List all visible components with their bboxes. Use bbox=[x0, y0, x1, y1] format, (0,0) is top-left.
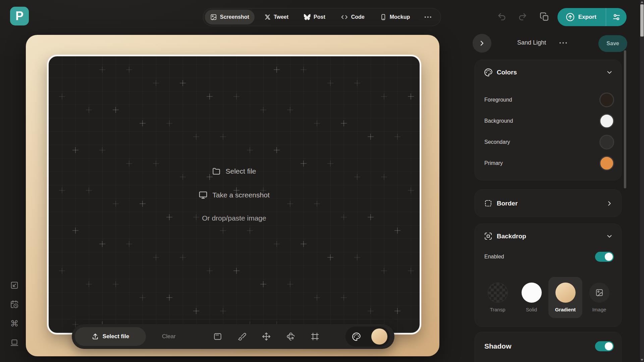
foreground-swatch[interactable] bbox=[599, 93, 614, 107]
primary-swatch[interactable] bbox=[599, 156, 614, 171]
code-icon bbox=[341, 13, 348, 21]
image-icon bbox=[589, 283, 609, 303]
panel-scrollbar-thumb[interactable] bbox=[624, 50, 626, 188]
tab-label: Screenshot bbox=[220, 14, 249, 20]
app-window: P Screenshot Tweet Post Code bbox=[0, 0, 644, 362]
backdrop-type-gradient[interactable]: Gradient bbox=[548, 277, 582, 318]
backdrop-card-header[interactable]: Backdrop bbox=[475, 224, 621, 249]
shadow-title: Shadow bbox=[484, 342, 595, 350]
colors-title: Colors bbox=[497, 69, 606, 76]
border-card: Border bbox=[475, 189, 622, 217]
color-row-secondary: Secondary bbox=[475, 134, 621, 150]
backdrop-enabled-toggle[interactable] bbox=[595, 252, 614, 262]
secondary-swatch[interactable] bbox=[599, 135, 614, 149]
colors-card-header[interactable]: Colors bbox=[475, 60, 621, 85]
smartphone-icon bbox=[380, 14, 387, 20]
tab-tweet[interactable]: Tweet bbox=[259, 10, 294, 24]
shadow-card: Shadow bbox=[475, 332, 622, 362]
toggle-knob bbox=[605, 253, 613, 261]
drop-paste-hint: Or drop/paste image bbox=[202, 214, 266, 222]
move-button[interactable] bbox=[262, 332, 271, 341]
export-options-button[interactable] bbox=[606, 8, 627, 26]
chevron-down-icon[interactable] bbox=[606, 69, 613, 76]
backdrop-focus-icon bbox=[484, 232, 493, 241]
calendar-clock-icon[interactable] bbox=[10, 300, 19, 309]
backdrop-card: Backdrop Enabled Transp Solid Gradient bbox=[475, 224, 622, 327]
foreground-label: Foreground bbox=[484, 97, 599, 103]
copy-button[interactable] bbox=[540, 12, 549, 21]
save-button[interactable]: Save bbox=[598, 35, 627, 52]
clear-button[interactable]: Clear bbox=[162, 333, 176, 340]
export-label: Export bbox=[578, 14, 596, 20]
monitor-icon bbox=[199, 190, 208, 199]
upload-icon bbox=[92, 333, 99, 340]
more-tabs-button[interactable] bbox=[420, 16, 436, 18]
window-scrollbar[interactable] bbox=[640, 0, 644, 362]
gradient-swatch bbox=[555, 283, 576, 303]
color-row-primary: Primary bbox=[475, 155, 621, 171]
color-row-background: Background bbox=[475, 113, 621, 129]
backdrop-type-solid[interactable]: Solid bbox=[515, 277, 548, 318]
save-label: Save bbox=[606, 41, 619, 47]
select-file-action[interactable]: Select file bbox=[212, 167, 256, 176]
scrollbar-thumb[interactable] bbox=[640, 4, 644, 37]
app-logo[interactable]: P bbox=[10, 7, 29, 25]
preset-menu-button[interactable] bbox=[559, 42, 567, 44]
drop-paste-label: Or drop/paste image bbox=[202, 214, 266, 222]
select-file-button[interactable]: Select file bbox=[75, 327, 146, 346]
laptop-icon[interactable] bbox=[10, 338, 19, 347]
secondary-label: Secondary bbox=[484, 139, 599, 145]
logo-letter: P bbox=[15, 9, 23, 23]
toggle-knob bbox=[605, 342, 613, 350]
bottom-toolbar: Select file Clear bbox=[72, 324, 394, 349]
rotate-3d-button[interactable] bbox=[286, 332, 295, 341]
mode-tabbar: Screenshot Tweet Post Code Mockup bbox=[203, 8, 441, 26]
palette-icon bbox=[352, 332, 361, 341]
browser-window-button[interactable] bbox=[213, 332, 222, 341]
tab-label: Tweet bbox=[274, 14, 288, 20]
tab-label: Mockup bbox=[390, 14, 410, 20]
color-row-foreground: Foreground bbox=[475, 92, 621, 108]
tab-screenshot[interactable]: Screenshot bbox=[205, 10, 255, 24]
backdrop-type-image[interactable]: Image bbox=[582, 277, 616, 318]
image-icon bbox=[210, 14, 217, 20]
backdrop-type-transparent[interactable]: Transp bbox=[481, 277, 515, 318]
transparent-swatch bbox=[488, 283, 508, 303]
undo-button[interactable] bbox=[497, 12, 506, 21]
tab-post[interactable]: Post bbox=[299, 10, 331, 24]
frame-button[interactable] bbox=[311, 332, 319, 341]
backdrop-type-selector: Transp Solid Gradient Image bbox=[481, 277, 616, 318]
dashed-square-icon bbox=[484, 199, 493, 208]
brush-button[interactable] bbox=[238, 332, 247, 341]
border-card-header[interactable]: Border bbox=[475, 190, 621, 217]
tab-label: Code bbox=[351, 14, 365, 20]
theme-picker-button[interactable] bbox=[345, 326, 390, 347]
scroll-down-arrow[interactable] bbox=[641, 359, 643, 361]
select-file-label: Select file bbox=[225, 167, 256, 175]
tab-mockup[interactable]: Mockup bbox=[375, 10, 415, 24]
command-shortcuts-icon[interactable]: ⌘ bbox=[10, 319, 19, 328]
chevron-right-icon[interactable] bbox=[606, 200, 613, 207]
tab-code[interactable]: Code bbox=[335, 10, 370, 24]
scroll-up-arrow[interactable] bbox=[641, 1, 643, 3]
enabled-label: Enabled bbox=[484, 254, 595, 260]
chevron-down-icon[interactable] bbox=[606, 233, 613, 240]
arrow-up-circle-icon bbox=[566, 12, 575, 22]
select-file-button-label: Select file bbox=[103, 333, 129, 340]
sliders-icon bbox=[612, 13, 621, 21]
colors-card: Colors Foreground Background Secondary P… bbox=[475, 60, 622, 180]
export-button[interactable]: Export bbox=[557, 8, 606, 26]
backdrop-title: Backdrop bbox=[497, 233, 606, 240]
shadow-toggle[interactable] bbox=[595, 341, 614, 351]
redo-button[interactable] bbox=[518, 12, 527, 21]
folder-icon bbox=[212, 167, 221, 176]
background-swatch[interactable] bbox=[599, 114, 614, 128]
tab-label: Post bbox=[314, 14, 325, 20]
border-title: Border bbox=[497, 200, 606, 207]
collapse-panel-button[interactable] bbox=[473, 34, 491, 53]
palette-icon bbox=[484, 68, 493, 77]
primary-label: Primary bbox=[484, 160, 599, 166]
background-label: Background bbox=[484, 118, 599, 124]
arrow-down-left-square-icon[interactable] bbox=[10, 281, 19, 290]
take-screenshot-action[interactable]: Take a screenshot bbox=[199, 190, 269, 199]
